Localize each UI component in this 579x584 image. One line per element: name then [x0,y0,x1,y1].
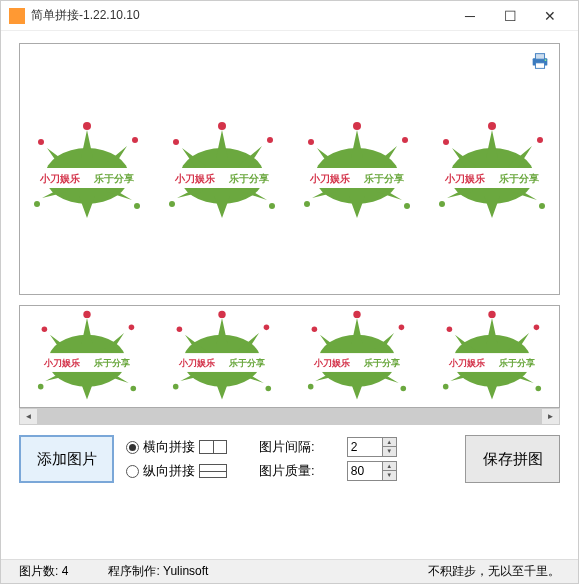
close-button[interactable]: ✕ [530,2,570,30]
preview-image: 小刀娱乐乐于分享 [162,118,282,226]
quality-spinner[interactable]: ▲▼ [347,461,397,481]
svg-text:乐于分享: 乐于分享 [363,173,404,184]
quality-label: 图片质量: [259,462,339,480]
vertical-radio[interactable]: 纵向拼接 [126,462,251,480]
svg-text:乐于分享: 乐于分享 [93,173,134,184]
thumbnail-image[interactable]: 小刀娱乐乐于分享 [22,307,152,407]
save-button[interactable]: 保存拼图 [465,435,560,483]
preview-image: 小刀娱乐乐于分享 [27,118,147,226]
spacing-spinner[interactable]: ▲▼ [347,437,397,457]
minimize-button[interactable]: ─ [450,2,490,30]
svg-text:小刀娱乐: 小刀娱乐 [444,173,485,184]
radio-icon [126,465,139,478]
thumbnail-strip: 小刀娱乐乐于分享 小刀娱乐乐于分享 小刀娱乐乐于分享 小刀娱乐乐于分享 [19,305,560,408]
thumbnail-panel: 小刀娱乐乐于分享 小刀娱乐乐于分享 小刀娱乐乐于分享 小刀娱乐乐于分享 ◄ ► [19,305,560,425]
thumbnail-image[interactable]: 小刀娱乐乐于分享 [292,307,422,407]
author-label: 程序制作: Yulinsoft [108,563,208,580]
svg-text:乐于分享: 乐于分享 [498,173,539,184]
thumbnail-row: 小刀娱乐乐于分享 小刀娱乐乐于分享 小刀娱乐乐于分享 小刀娱乐乐于分享 [20,306,559,407]
options-group: 横向拼接 图片间隔: ▲▼ 纵向拼接 图片质量: ▲▼ [126,435,453,483]
svg-text:小刀娱乐: 小刀娱乐 [43,358,80,368]
scroll-track[interactable] [37,409,542,424]
spin-up-icon[interactable]: ▲ [382,462,396,471]
preview-image: 小刀娱乐乐于分享 [432,118,552,226]
content-area: 小刀娱乐乐于分享 小刀娱乐乐于分享 小刀娱乐乐于分享 小刀娱乐乐于分享 小刀娱乐… [1,31,578,559]
scroll-left-button[interactable]: ◄ [20,409,37,424]
svg-text:小刀娱乐: 小刀娱乐 [313,358,350,368]
titlebar: 简单拼接-1.22.10.10 ─ ☐ ✕ [1,1,578,31]
svg-rect-2 [535,63,544,69]
statusbar: 图片数: 4 程序制作: Yulinsoft 不积跬步，无以至千里。 [1,559,578,583]
thumbnail-scrollbar[interactable]: ◄ ► [19,408,560,425]
spacing-input[interactable] [348,440,382,454]
preview-image: 小刀娱乐乐于分享 [297,118,417,226]
thumbnail-image[interactable]: 小刀娱乐乐于分享 [427,307,557,407]
spin-down-icon[interactable]: ▼ [382,471,396,480]
quality-input[interactable] [348,464,382,478]
horizontal-radio[interactable]: 横向拼接 [126,438,251,456]
controls-row: 添加图片 横向拼接 图片间隔: ▲▼ 纵向拼接 图片质量: ▲▼ [19,435,560,483]
main-preview: 小刀娱乐乐于分享 小刀娱乐乐于分享 小刀娱乐乐于分享 小刀娱乐乐于分享 [19,43,560,295]
radio-icon [126,441,139,454]
motto-label: 不积跬步，无以至千里。 [428,563,560,580]
horizontal-icon [199,440,227,454]
app-icon [9,8,25,24]
spacing-label: 图片间隔: [259,438,339,456]
spin-down-icon[interactable]: ▼ [382,447,396,456]
spin-up-icon[interactable]: ▲ [382,438,396,447]
maximize-button[interactable]: ☐ [490,2,530,30]
svg-text:小刀娱乐: 小刀娱乐 [174,173,215,184]
svg-point-3 [545,59,547,61]
horizontal-label: 横向拼接 [143,438,195,456]
svg-text:乐于分享: 乐于分享 [498,358,535,368]
svg-text:小刀娱乐: 小刀娱乐 [39,173,80,184]
svg-text:小刀娱乐: 小刀娱乐 [448,358,485,368]
image-count: 图片数: 4 [19,563,68,580]
vertical-label: 纵向拼接 [143,462,195,480]
svg-text:乐于分享: 乐于分享 [93,358,130,368]
thumbnail-image[interactable]: 小刀娱乐乐于分享 [157,307,287,407]
scroll-right-button[interactable]: ► [542,409,559,424]
svg-rect-1 [535,54,544,60]
window-title: 简单拼接-1.22.10.10 [31,7,450,24]
add-image-button[interactable]: 添加图片 [19,435,114,483]
preview-image-row: 小刀娱乐乐于分享 小刀娱乐乐于分享 小刀娱乐乐于分享 小刀娱乐乐于分享 [20,99,559,244]
svg-text:乐于分享: 乐于分享 [228,173,269,184]
vertical-icon [199,464,227,478]
svg-text:乐于分享: 乐于分享 [228,358,265,368]
svg-text:小刀娱乐: 小刀娱乐 [178,358,215,368]
svg-text:小刀娱乐: 小刀娱乐 [309,173,350,184]
svg-text:乐于分享: 乐于分享 [363,358,400,368]
print-icon[interactable] [529,50,551,72]
scroll-thumb[interactable] [37,409,542,424]
